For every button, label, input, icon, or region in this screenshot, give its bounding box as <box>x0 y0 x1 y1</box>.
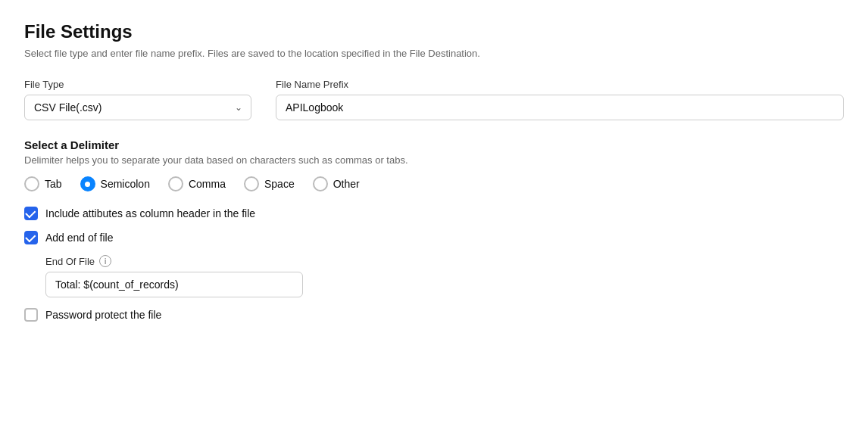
radio-other-label: Other <box>333 178 360 190</box>
radio-tab[interactable]: Tab <box>24 176 62 191</box>
add-end-of-file-checkbox[interactable] <box>24 231 38 244</box>
delimiter-section-description: Delimiter helps you to separate your dat… <box>24 154 844 166</box>
delimiter-section-title: Select a Delimiter <box>24 138 844 151</box>
password-protect-checkbox-item[interactable]: Password protect the file <box>24 308 844 322</box>
radio-tab-label: Tab <box>45 178 62 190</box>
info-icon[interactable]: i <box>99 255 111 267</box>
include-attributes-checkbox[interactable] <box>24 207 38 220</box>
file-type-label: File Type <box>24 79 251 90</box>
file-name-prefix-label: File Name Prefix <box>276 79 844 90</box>
radio-space-label: Space <box>264 178 295 190</box>
add-end-of-file-label: Add end of file <box>45 232 114 244</box>
include-attributes-checkbox-item[interactable]: Include attibutes as column header in th… <box>24 207 844 220</box>
radio-semicolon[interactable]: Semicolon <box>80 176 150 191</box>
password-protect-checkbox[interactable] <box>24 308 38 322</box>
radio-comma-circle <box>168 176 183 191</box>
file-name-prefix-input[interactable] <box>276 95 844 120</box>
radio-other[interactable]: Other <box>313 176 360 191</box>
include-attributes-label: Include attibutes as column header in th… <box>45 207 255 219</box>
radio-space-circle <box>244 176 259 191</box>
delimiter-radio-group: Tab Semicolon Comma Space Other <box>24 176 844 191</box>
end-of-file-label-text: End Of File <box>45 256 95 267</box>
radio-comma-label: Comma <box>189 178 226 190</box>
file-type-select-wrapper: CSV File(.csv) Excel File(.xlsx) JSON Fi… <box>24 95 251 120</box>
radio-other-circle <box>313 176 328 191</box>
radio-tab-circle <box>24 176 39 191</box>
radio-semicolon-circle <box>80 176 95 191</box>
file-type-select[interactable]: CSV File(.csv) Excel File(.xlsx) JSON Fi… <box>24 95 251 120</box>
radio-space[interactable]: Space <box>244 176 295 191</box>
end-of-file-input[interactable] <box>45 272 303 297</box>
add-end-of-file-checkbox-item[interactable]: Add end of file <box>24 231 844 244</box>
page-description: Select file type and enter file name pre… <box>24 47 844 61</box>
radio-semicolon-label: Semicolon <box>101 178 150 190</box>
radio-comma[interactable]: Comma <box>168 176 226 191</box>
page-title: File Settings <box>24 21 844 42</box>
password-protect-label: Password protect the file <box>45 309 161 321</box>
end-of-file-label-row: End Of File i <box>45 255 844 267</box>
